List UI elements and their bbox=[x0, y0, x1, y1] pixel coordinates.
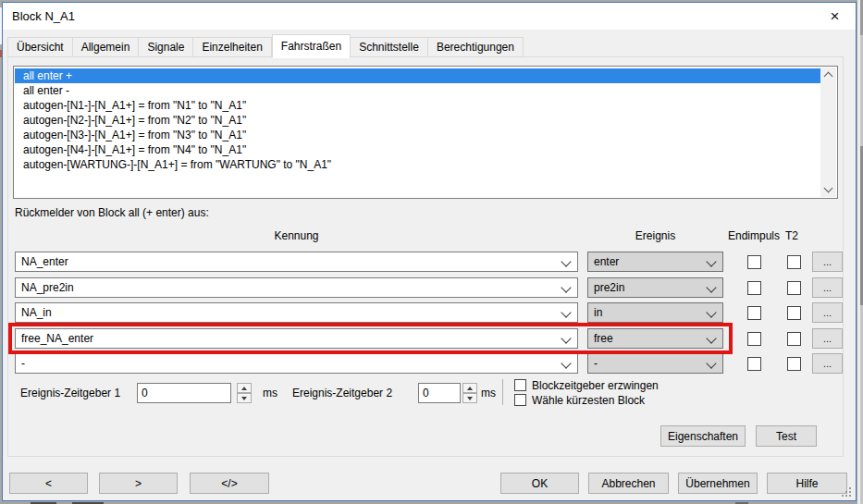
section-label: Rückmelder von Block all (+ enter) aus: bbox=[15, 206, 209, 219]
tab-signale[interactable]: Signale bbox=[139, 37, 193, 57]
timer2-unit-label: ms bbox=[481, 387, 496, 400]
up-arrow-icon bbox=[241, 387, 247, 390]
tab-berechtigungen[interactable]: Berechtigungen bbox=[428, 37, 524, 57]
chevron-down-icon bbox=[824, 184, 833, 193]
code-view-button[interactable]: </> bbox=[190, 473, 269, 494]
column-header-endimpuls: Endimpuls bbox=[724, 229, 783, 242]
t2-checkbox[interactable] bbox=[787, 332, 801, 346]
blockzeitgeber-checkbox[interactable] bbox=[514, 379, 526, 391]
scrollbar-up-button[interactable] bbox=[820, 68, 836, 82]
endimpuls-checkbox[interactable] bbox=[747, 281, 761, 295]
ereignis-combo[interactable]: in bbox=[587, 302, 723, 323]
timer1-label: Ereignis-Zeitgeber 1 bbox=[20, 387, 120, 400]
titlebar: Block N_A1 × bbox=[3, 3, 856, 30]
down-arrow-icon bbox=[467, 397, 473, 400]
resize-grip-icon[interactable] bbox=[842, 487, 853, 498]
down-arrow-icon bbox=[241, 397, 247, 400]
route-list-item[interactable]: autogen-[WARTUNG-]-[N_A1+] = from "WARTU… bbox=[15, 157, 820, 172]
window-title: Block N_A1 bbox=[12, 3, 75, 30]
endimpuls-checkbox[interactable] bbox=[747, 255, 761, 269]
divider bbox=[502, 379, 503, 405]
eigenschaften-button[interactable]: Eigenschaften bbox=[660, 425, 746, 447]
endimpuls-checkbox[interactable] bbox=[747, 332, 761, 346]
listbox-scrollbar[interactable] bbox=[820, 68, 836, 197]
chevron-down-icon bbox=[561, 333, 571, 343]
t2-checkbox[interactable] bbox=[787, 281, 801, 295]
help-button[interactable]: Hilfe bbox=[767, 473, 847, 494]
tab-strip: Übersicht Allgemein Signale Einzelheiten… bbox=[7, 33, 524, 57]
blockzeitgeber-label: Blockzeitgeber erzwingen bbox=[532, 379, 659, 392]
routes-list-items: all enter + all enter - autogen-[N1-]-[N… bbox=[15, 68, 820, 172]
prev-button[interactable]: < bbox=[9, 473, 88, 494]
timer2-spinner bbox=[462, 383, 477, 403]
kuerzester-block-checkbox[interactable] bbox=[514, 394, 526, 406]
spinner-up-button[interactable] bbox=[237, 383, 252, 393]
chevron-down-icon bbox=[706, 333, 716, 343]
route-list-item[interactable]: autogen-[N1-]-[N_A1+] = from "N1" to "N_… bbox=[15, 98, 820, 113]
ok-button[interactable]: OK bbox=[500, 473, 579, 494]
more-options-button[interactable]: ... bbox=[812, 277, 843, 298]
ereignis-combo[interactable]: pre2in bbox=[587, 277, 723, 298]
tab-schnittstelle[interactable]: Schnittstelle bbox=[351, 37, 428, 57]
route-list-item[interactable]: autogen-[N3-]-[N_A1+] = from "N3" to "N_… bbox=[15, 128, 820, 142]
chevron-down-icon bbox=[561, 256, 571, 266]
feedback-row: NA_pre2in pre2in ... bbox=[0, 277, 863, 298]
endimpuls-checkbox[interactable] bbox=[747, 357, 761, 371]
column-header-t2: T2 bbox=[778, 229, 806, 242]
timer1-input[interactable] bbox=[137, 383, 231, 403]
ereignis-combo[interactable]: - bbox=[587, 353, 723, 374]
close-icon: × bbox=[831, 3, 840, 30]
endimpuls-checkbox[interactable] bbox=[747, 306, 761, 320]
feedback-row: NA_enter enter ... bbox=[0, 252, 863, 272]
more-options-button[interactable]: ... bbox=[812, 302, 843, 323]
column-header-kennung: Kennung bbox=[15, 229, 578, 242]
kennung-combo[interactable]: NA_in bbox=[15, 302, 578, 323]
more-options-button[interactable]: ... bbox=[812, 353, 843, 374]
chevron-down-icon bbox=[561, 358, 571, 368]
routes-listbox[interactable]: all enter + all enter - autogen-[N1-]-[N… bbox=[13, 66, 838, 199]
kennung-combo[interactable]: free_NA_enter bbox=[15, 328, 578, 349]
spinner-up-button[interactable] bbox=[462, 383, 477, 393]
timer1-unit-label: ms bbox=[263, 387, 277, 400]
t2-checkbox[interactable] bbox=[787, 306, 801, 320]
chevron-down-icon bbox=[706, 358, 716, 368]
chevron-up-icon bbox=[824, 72, 833, 81]
feedback-row-highlighted: free_NA_enter free ... bbox=[0, 328, 863, 349]
more-options-button[interactable]: ... bbox=[812, 328, 843, 349]
tab-fahrstrassen[interactable]: Fahrstraßen bbox=[272, 34, 351, 58]
route-list-item[interactable]: all enter + bbox=[15, 68, 820, 83]
route-list-item[interactable]: autogen-[N4-]-[N_A1+] = from "N4" to "N_… bbox=[15, 142, 820, 157]
kennung-combo[interactable]: NA_pre2in bbox=[15, 277, 578, 298]
spinner-down-button[interactable] bbox=[462, 393, 477, 403]
scrollbar-down-button[interactable] bbox=[820, 182, 836, 197]
t2-checkbox[interactable] bbox=[787, 357, 801, 371]
up-arrow-icon bbox=[467, 387, 473, 390]
kennung-combo[interactable]: - bbox=[15, 353, 578, 374]
kennung-combo[interactable]: NA_enter bbox=[15, 252, 578, 272]
chevron-down-icon bbox=[561, 307, 571, 317]
t2-checkbox[interactable] bbox=[787, 255, 801, 269]
route-list-item[interactable]: autogen-[N2-]-[N_A1+] = from "N2" to "N_… bbox=[15, 113, 820, 128]
close-button[interactable]: × bbox=[814, 3, 856, 30]
feedback-rows: NA_enter enter ... NA_pre2in pre2in ... bbox=[0, 252, 863, 376]
apply-button[interactable]: Übernehmen bbox=[678, 473, 758, 494]
chevron-down-icon bbox=[561, 282, 571, 292]
screen: Block N_A1 × Übersicht Allgemein Signale… bbox=[0, 0, 863, 504]
more-options-button[interactable]: ... bbox=[812, 252, 843, 272]
tab-allgemein[interactable]: Allgemein bbox=[73, 37, 140, 57]
timer2-input[interactable] bbox=[418, 383, 461, 403]
feedback-row: NA_in in ... bbox=[0, 302, 863, 323]
route-list-item[interactable]: all enter - bbox=[15, 83, 820, 98]
ereignis-combo[interactable]: enter bbox=[587, 252, 723, 272]
cancel-button[interactable]: Abbrechen bbox=[588, 473, 669, 494]
timer2-label: Ereignis-Zeitgeber 2 bbox=[292, 387, 392, 400]
tab-einzelheiten[interactable]: Einzelheiten bbox=[193, 37, 271, 57]
chevron-down-icon bbox=[706, 307, 716, 317]
test-button[interactable]: Test bbox=[756, 425, 817, 447]
chevron-down-icon bbox=[706, 282, 716, 292]
spinner-down-button[interactable] bbox=[237, 393, 252, 403]
ereignis-combo[interactable]: free bbox=[587, 328, 723, 349]
tab-uebersicht[interactable]: Übersicht bbox=[7, 37, 73, 57]
next-button[interactable]: > bbox=[99, 473, 178, 494]
feedback-row: - - ... bbox=[0, 353, 863, 374]
